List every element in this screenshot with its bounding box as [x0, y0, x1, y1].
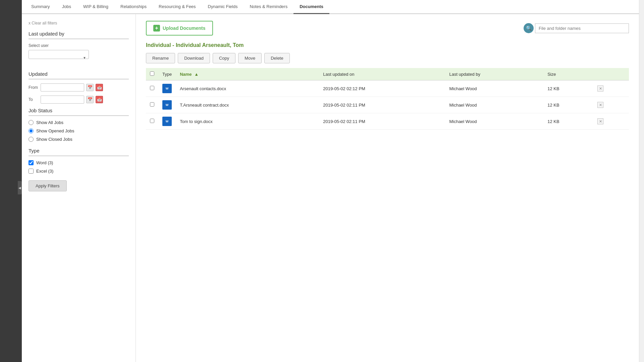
select-all-checkbox[interactable] [150, 71, 154, 76]
tab-wip-billing[interactable]: WIP & Billing [77, 0, 114, 14]
table-header-select-all[interactable] [146, 68, 158, 80]
rename-button[interactable]: Rename [146, 53, 175, 63]
to-date-input[interactable] [41, 96, 84, 104]
to-calendar-icon[interactable]: 📅 [86, 96, 94, 103]
row-delete-button-2[interactable]: ✕ [597, 118, 603, 124]
row-checkbox-cell[interactable] [146, 113, 158, 130]
download-button[interactable]: Download [178, 53, 210, 63]
clear-filters-link[interactable]: x Clear all filters [29, 21, 129, 25]
row-type-cell: W [158, 97, 176, 113]
file-link-0[interactable]: Arsenault contacts.docx [180, 86, 226, 91]
row-checkbox-1[interactable] [150, 102, 154, 107]
tab-jobs[interactable]: Jobs [56, 0, 77, 14]
radio-show-opened-input[interactable] [29, 128, 34, 133]
upload-button-label: Upload Documents [163, 25, 206, 31]
table-header-last-updated-on: Last updated on [319, 68, 445, 80]
row-delete-button-0[interactable]: ✕ [597, 85, 603, 92]
row-checkbox-cell[interactable] [146, 80, 158, 97]
to-clear-icon[interactable]: 📅 [96, 96, 103, 103]
left-sidebar: ◀ [0, 0, 22, 362]
action-buttons-row: Rename Download Copy Move Delete [146, 53, 629, 63]
table-header-last-updated-by: Last updated by [445, 68, 543, 80]
radio-show-closed-jobs[interactable]: Show Closed Jobs [29, 137, 129, 142]
row-type-cell: W [158, 113, 176, 130]
to-label: To [29, 97, 39, 102]
last-updated-by-title: Last updated by [29, 31, 129, 39]
select-user-label: Select user [29, 43, 129, 48]
row-size: 12 KB [543, 113, 593, 130]
from-calendar-icon[interactable]: 📅 [86, 84, 94, 91]
row-last-updated-by: Michael Wood [445, 80, 543, 97]
table-header-actions [593, 68, 629, 80]
search-bar: 🔍 [524, 23, 629, 33]
delete-button[interactable]: Delete [264, 53, 290, 63]
checkbox-word-label: Word (3) [36, 160, 53, 165]
from-date-input[interactable] [41, 83, 84, 92]
sort-arrow-icon: ▲ [194, 72, 199, 77]
upload-documents-button[interactable]: + Upload Documents [146, 21, 213, 36]
row-file-name[interactable]: Tom to sign.docx [176, 113, 319, 130]
row-last-updated-by: Michael Wood [445, 113, 543, 130]
row-checkbox-2[interactable] [150, 119, 154, 123]
toolbar-row: + Upload Documents 🔍 [146, 21, 629, 36]
row-checkbox-0[interactable] [150, 86, 154, 90]
user-select[interactable] [29, 50, 89, 59]
tab-resourcing-fees[interactable]: Resourcing & Fees [153, 0, 202, 14]
from-clear-icon[interactable]: 📅 [96, 84, 103, 91]
move-button[interactable]: Move [238, 53, 262, 63]
document-area: + Upload Documents 🔍 Individual - Indivi… [136, 14, 639, 362]
radio-show-closed-label: Show Closed Jobs [36, 137, 72, 142]
file-link-2[interactable]: Tom to sign.docx [180, 119, 213, 124]
table-row: W Arsenault contacts.docx 2019-05-02 02:… [146, 80, 629, 97]
right-sidebar [639, 0, 644, 362]
checkbox-excel-label: Excel (3) [36, 169, 53, 174]
search-input[interactable] [535, 23, 629, 33]
from-date-row: From 📅 📅 [29, 83, 129, 92]
row-delete-cell[interactable]: ✕ [593, 80, 629, 97]
tab-notes-reminders[interactable]: Notes & Reminders [244, 0, 293, 14]
job-status-radio-group: Show All Jobs Show Opened Jobs Show Clos… [29, 120, 129, 142]
user-select-wrapper [29, 50, 89, 65]
radio-show-opened-jobs[interactable]: Show Opened Jobs [29, 128, 129, 133]
row-checkbox-cell[interactable] [146, 97, 158, 113]
content-area: x Clear all filters Last updated by Sele… [22, 14, 639, 362]
search-icon: 🔍 [524, 23, 534, 33]
checkbox-excel[interactable]: Excel (3) [29, 169, 129, 174]
radio-show-all-label: Show All Jobs [36, 120, 63, 125]
radio-show-all-input[interactable] [29, 120, 34, 125]
table-row: W T.Arsneault contract.docx 2019-05-02 0… [146, 97, 629, 113]
table-header-name[interactable]: Name ▲ [176, 68, 319, 80]
row-delete-cell[interactable]: ✕ [593, 113, 629, 130]
table-header-type: Type [158, 68, 176, 80]
checkbox-excel-input[interactable] [29, 169, 34, 174]
updated-title: Updated [29, 71, 129, 79]
row-delete-button-1[interactable]: ✕ [597, 102, 603, 108]
row-file-name[interactable]: T.Arsneault contract.docx [176, 97, 319, 113]
row-file-name[interactable]: Arsenault contacts.docx [176, 80, 319, 97]
filter-panel: x Clear all filters Last updated by Sele… [22, 14, 136, 362]
copy-button[interactable]: Copy [213, 53, 235, 63]
table-header-row: Type Name ▲ Last updated on Last updated… [146, 68, 629, 80]
radio-show-all-jobs[interactable]: Show All Jobs [29, 120, 129, 125]
sidebar-toggle[interactable]: ◀ [18, 181, 22, 194]
top-navigation: Summary Jobs WIP & Billing Relationships… [22, 0, 639, 14]
radio-show-closed-input[interactable] [29, 137, 34, 142]
apply-filters-button[interactable]: Apply Filters [29, 180, 67, 191]
row-last-updated-on: 2019-05-02 02:11 PM [319, 97, 445, 113]
checkbox-word-input[interactable] [29, 160, 34, 165]
tab-documents[interactable]: Documents [293, 0, 329, 14]
type-title: Type [29, 148, 129, 156]
table-row: W Tom to sign.docx 2019-05-02 02:11 PM M… [146, 113, 629, 130]
folder-title: Individual - Individual Arseneault, Tom [146, 42, 629, 48]
checkbox-word[interactable]: Word (3) [29, 160, 129, 165]
tab-dynamic-fields[interactable]: Dynamic Fields [202, 0, 244, 14]
row-size: 12 KB [543, 97, 593, 113]
tab-relationships[interactable]: Relationships [114, 0, 153, 14]
tab-summary[interactable]: Summary [25, 0, 56, 14]
main-content: Summary Jobs WIP & Billing Relationships… [22, 0, 639, 362]
upload-plus-icon: + [153, 25, 160, 32]
job-status-title: Job Status [29, 108, 129, 116]
documents-table: Type Name ▲ Last updated on Last updated… [146, 68, 629, 130]
row-delete-cell[interactable]: ✕ [593, 97, 629, 113]
file-link-1[interactable]: T.Arsneault contract.docx [180, 103, 229, 108]
